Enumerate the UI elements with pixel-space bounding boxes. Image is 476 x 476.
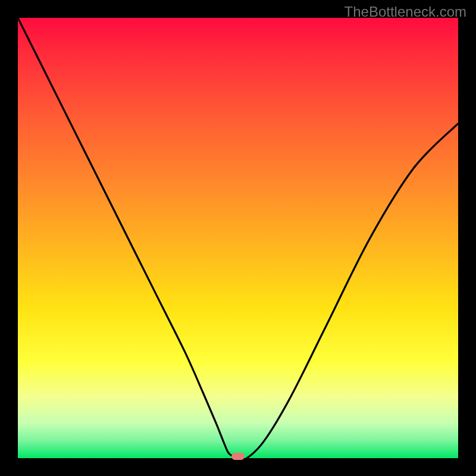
optimal-point-marker [231, 453, 245, 460]
plot-area [18, 18, 458, 458]
bottleneck-curve [18, 18, 458, 458]
chart-frame: TheBottleneck.com [0, 0, 476, 476]
attribution-text: TheBottleneck.com [345, 4, 466, 20]
